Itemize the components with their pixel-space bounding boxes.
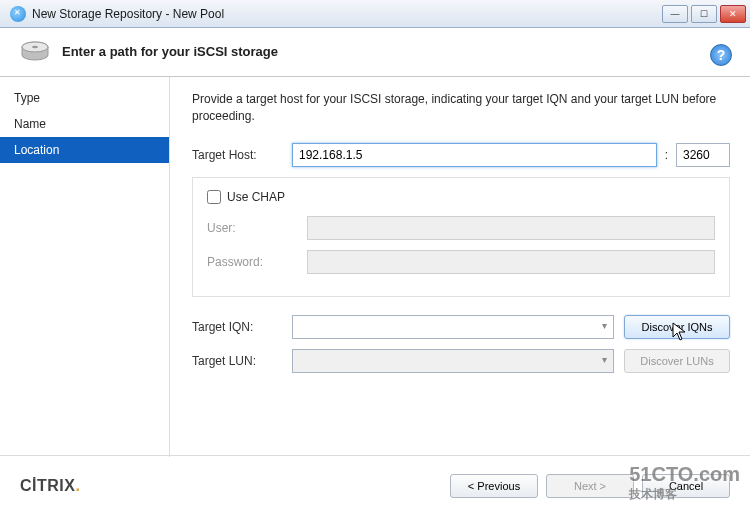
target-host-input[interactable]: [292, 143, 657, 167]
window-title: New Storage Repository - New Pool: [32, 7, 662, 21]
app-icon: [10, 6, 26, 22]
port-input[interactable]: [676, 143, 730, 167]
port-separator: :: [665, 148, 668, 162]
target-iqn-label: Target IQN:: [192, 320, 292, 334]
target-host-label: Target Host:: [192, 148, 292, 162]
step-name[interactable]: Name: [0, 111, 169, 137]
discover-luns-button: Discover LUNs: [624, 349, 730, 373]
chap-user-label: User:: [207, 221, 307, 235]
close-button[interactable]: ✕: [720, 5, 746, 23]
svg-point-2: [32, 46, 38, 48]
chap-group: Use CHAP User: Password:: [192, 177, 730, 297]
chap-password-input: [307, 250, 715, 274]
cancel-button[interactable]: Cancel: [642, 474, 730, 498]
previous-button[interactable]: < Previous: [450, 474, 538, 498]
target-lun-label: Target LUN:: [192, 354, 292, 368]
step-type[interactable]: Type: [0, 85, 169, 111]
chap-user-input: [307, 216, 715, 240]
wizard-content: Provide a target host for your ISCSI sto…: [170, 77, 750, 457]
discover-iqns-button[interactable]: Discover IQNs: [624, 315, 730, 339]
maximize-button[interactable]: ☐: [691, 5, 717, 23]
step-location[interactable]: Location: [0, 137, 169, 163]
window-titlebar: New Storage Repository - New Pool — ☐ ✕: [0, 0, 750, 28]
intro-text: Provide a target host for your ISCSI sto…: [192, 91, 730, 125]
target-lun-dropdown: [292, 349, 614, 373]
help-icon[interactable]: ?: [710, 44, 732, 66]
chap-password-label: Password:: [207, 255, 307, 269]
use-chap-checkbox[interactable]: [207, 190, 221, 204]
minimize-button[interactable]: —: [662, 5, 688, 23]
target-iqn-dropdown[interactable]: [292, 315, 614, 339]
wizard-steps-sidebar: Type Name Location: [0, 77, 170, 457]
next-button: Next >: [546, 474, 634, 498]
citrix-brand: CİTRIX.: [20, 477, 80, 495]
page-heading: Enter a path for your iSCSI storage: [62, 44, 278, 59]
use-chap-label: Use CHAP: [227, 190, 285, 204]
wizard-footer: CİTRIX. < Previous Next > Cancel: [0, 455, 750, 515]
wizard-header: Enter a path for your iSCSI storage ?: [0, 28, 750, 77]
storage-disk-icon: [20, 40, 50, 62]
